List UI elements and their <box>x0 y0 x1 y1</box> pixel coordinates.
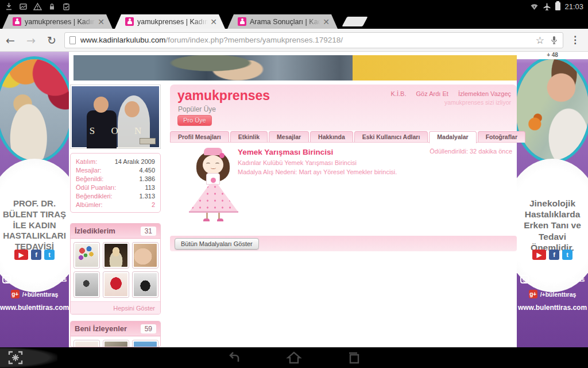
screenshot-icon <box>19 2 28 11</box>
show-all-following-link[interactable]: Hepsini Göster <box>113 305 155 312</box>
ignore-link[interactable]: Göz Ardı Et <box>416 90 448 97</box>
tab-profil-mesajlari[interactable]: Profil Mesajları <box>170 131 229 143</box>
tablet-screen: 21:03 yamukprenses | Kadınlar ✕ yamukpre… <box>0 0 588 368</box>
albums-link[interactable]: 2 <box>152 201 155 209</box>
tab-title: yamukprenses | Kadınlar <box>25 18 95 26</box>
profile-avatar[interactable]: S O N <box>70 85 161 149</box>
medal-awarded-time: Ödüllendirildi: 32 dakika önce <box>430 148 512 155</box>
following-avatar[interactable] <box>133 243 158 268</box>
following-header: İzlediklerim 31 <box>71 224 160 239</box>
facebook-icon: f <box>31 250 41 260</box>
tab-close-icon[interactable]: ✕ <box>98 17 105 26</box>
unfollow-link[interactable]: İzlemekten Vazgeç <box>458 90 511 97</box>
stat-row: Beğendikleri:1.313 <box>76 192 155 201</box>
ad-top-counter: + 48 <box>517 52 588 59</box>
browser-tab-2-active[interactable]: yamukprenses | Kadınlar ✕ <box>115 14 225 29</box>
username: yamukprenses <box>177 88 270 103</box>
pro-member-badge: Pro Üye <box>177 115 212 126</box>
reload-button[interactable]: ↻ <box>41 34 62 47</box>
twitter-icon: t <box>44 250 55 260</box>
tab-mesajlar[interactable]: Mesajlar <box>269 131 309 143</box>
follower-avatar[interactable] <box>133 340 158 347</box>
ad-social-handle: /DrBulentTiras <box>517 262 588 269</box>
browser-tab-3[interactable]: Arama Sonuçları | Kadın ✕ <box>227 14 338 29</box>
left-ad-banner[interactable]: PROF. DR. BÜLENT TIRAŞ İLE KADIN HASTALI… <box>0 52 69 347</box>
tab-hakkinda[interactable]: Hakkında <box>310 131 353 143</box>
medals-tab-content: Yemek Yarışması Birincisi Kadınlar Kulüb… <box>170 142 517 235</box>
url-bar[interactable]: www.kadinlarkulubu.com/forum/index.php?m… <box>64 32 563 48</box>
youtube-icon: ▶ <box>532 250 546 260</box>
home-nav-icon[interactable] <box>286 350 302 366</box>
new-tab-button[interactable] <box>342 17 368 26</box>
youtube-icon: ▶ <box>14 250 28 260</box>
show-all-medals-button[interactable]: Bütün Madalyaları Göster <box>175 238 259 250</box>
site-favicon <box>125 17 134 26</box>
tab-madalyalar[interactable]: Madalyalar <box>429 131 476 143</box>
ad-photo-balloons <box>0 56 69 163</box>
tab-title: yamukprenses | Kadınlar <box>137 18 208 26</box>
android-nav-bar <box>0 347 588 368</box>
page-viewport: PROF. DR. BÜLENT TIRAŞ İLE KADIN HASTALI… <box>0 52 588 347</box>
avatar-watermark <box>140 138 156 144</box>
bookmark-star-icon[interactable]: ☆ <box>536 34 544 46</box>
tab-etkinlik[interactable]: Etkinlik <box>230 131 268 143</box>
tab-close-icon[interactable]: ✕ <box>210 17 217 26</box>
following-avatar[interactable] <box>74 272 99 297</box>
url-text[interactable]: www.kadinlarkulubu.com/forum/index.php?m… <box>80 36 530 44</box>
follower-avatar[interactable] <box>74 340 99 347</box>
ad-title: Jinekolojik Hastalıklarda Erken Tanı ve … <box>519 198 586 254</box>
instagram-icon <box>2 275 11 283</box>
recents-nav-icon[interactable] <box>346 350 362 366</box>
following-count-badge: 31 <box>141 227 156 236</box>
warning-icon <box>33 2 42 11</box>
avatar-movie-still: S O N <box>72 86 159 147</box>
ad-title: PROF. DR. BÜLENT TIRAŞ İLE KADIN HASTALI… <box>1 198 68 252</box>
medal-subtitle: Kadınlar Kulübü Yemek Yarışması Birincis… <box>238 159 357 166</box>
browser-menu-icon[interactable]: ⋮ <box>567 34 588 46</box>
ad-text-circle: PROF. DR. BÜLENT TIRAŞ İLE KADIN HASTALI… <box>0 159 69 292</box>
ad-gplus-handle: /+bülenttıraş <box>540 291 577 298</box>
airplane-mode-icon <box>543 2 551 11</box>
voice-search-icon[interactable] <box>550 35 558 45</box>
following-panel: İzlediklerim 31 Hepsini Göster <box>70 223 161 315</box>
tab-fotograflar[interactable]: Fotoğraflar <box>478 131 525 143</box>
kib-link[interactable]: K.İ.B. <box>391 90 407 97</box>
lock-icon <box>48 2 56 11</box>
following-avatar[interactable] <box>133 272 158 297</box>
following-avatar[interactable] <box>74 243 99 268</box>
following-avatar[interactable] <box>103 243 129 268</box>
site-favicon <box>238 17 246 26</box>
battery-icon <box>555 2 560 10</box>
medals-footer-strip: Bütün Madalyaları Göster <box>170 236 517 251</box>
googleplus-icon: g+ <box>11 290 20 298</box>
ad-instagram-handle: /prof.dr.bulenttiras <box>14 276 67 283</box>
stat-row: Albümler:2 <box>76 201 155 209</box>
twitter-icon: t <box>562 250 572 260</box>
profile-header-panel: yamukprenses Popüler Üye Pro Üye K.İ.B. … <box>170 85 517 131</box>
follows-you-note: yamukprenses sizi izliyor <box>444 99 511 106</box>
facebook-icon: f <box>549 250 559 260</box>
clock: 21:03 <box>564 2 583 11</box>
status-bar: 21:03 <box>0 0 588 13</box>
following-avatar[interactable] <box>103 272 129 297</box>
back-button[interactable]: ← <box>0 34 21 47</box>
follower-avatar[interactable] <box>103 340 129 347</box>
screenshot-notification-icon[interactable] <box>8 350 23 365</box>
tab-close-icon[interactable]: ✕ <box>323 17 330 26</box>
browser-tab-1[interactable]: yamukprenses | Kadınlar ✕ <box>2 14 113 29</box>
tab-eski-kullanici-adlari[interactable]: Eski Kullanıcı Adları <box>354 131 428 143</box>
tab-title: Arama Sonuçları | Kadın <box>250 18 320 26</box>
browser-tab-strip: yamukprenses | Kadınlar ✕ yamukprenses |… <box>0 13 588 29</box>
right-ad-banner[interactable]: + 48 Jinekolojik Hastalıklarda Erken Tan… <box>517 52 588 347</box>
download-icon <box>5 2 13 11</box>
forward-button[interactable]: → <box>21 34 41 47</box>
medal-reason: Madalya Alış Nedeni: Mart ayı Yöresel Ye… <box>238 168 397 175</box>
ad-instagram-handle: /prof.dr.bulenttiras <box>532 276 585 283</box>
back-nav-icon[interactable] <box>226 350 242 366</box>
ad-gplus-handle: /+bülenttıraş <box>22 291 59 298</box>
instagram-icon <box>520 275 529 283</box>
cover-banner-image[interactable] <box>74 55 517 80</box>
page-icon <box>69 36 76 44</box>
stat-row: Beğenildi:1.386 <box>76 175 155 183</box>
followers-count-badge: 59 <box>141 324 156 334</box>
